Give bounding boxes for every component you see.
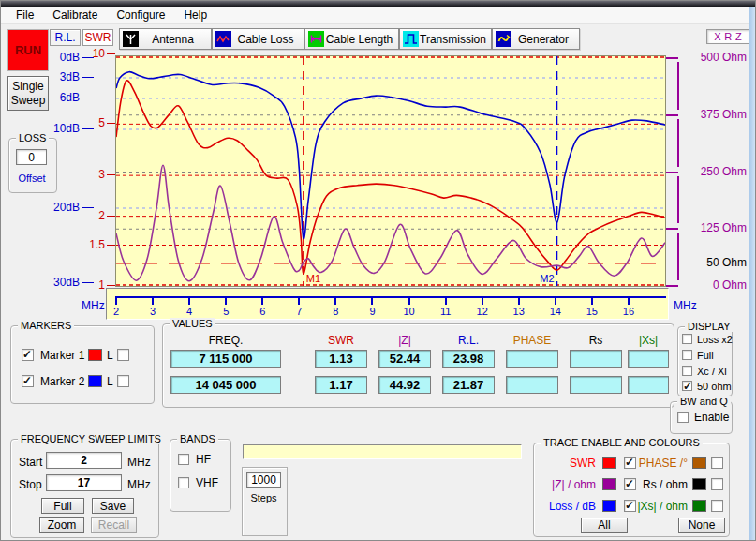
value-cell [628,350,669,368]
mhz-axis-tick [261,296,263,305]
generator-icon [496,31,511,47]
swr-axis-tick [107,174,115,175]
bw-q-enable-label: Enable [694,411,729,424]
menu-configure[interactable]: Configure [107,8,174,23]
value-cell [506,350,558,368]
xrz-button[interactable]: X-R-Z [706,29,749,44]
recall-sweep-button[interactable]: Recall [91,517,137,533]
save-sweep-button[interactable]: Save [92,498,134,514]
marker2-label: Marker 2 [40,375,84,388]
cable-loss-icon [215,31,231,47]
tab-swr[interactable]: SWR [82,29,113,46]
trace-xs-swatch[interactable] [692,500,706,512]
rl-db-axis-tick [82,128,94,129]
marker1-l-checkbox[interactable] [117,349,129,361]
swr-axis-tick [107,53,115,54]
trace-rs-swatch[interactable] [692,478,706,490]
single-sweep-button[interactable]: Single Sweep [7,76,49,111]
transmission-button[interactable]: Transmission [399,28,492,50]
loss-offset-input[interactable]: 0 [16,149,47,165]
steps-input[interactable]: 1000 [246,472,281,488]
generator-button[interactable]: Generator [492,28,580,50]
trace-z-label: |Z| / ohm [538,478,596,491]
mhz-tick-label: 2 [107,306,126,317]
start-frequency-input[interactable]: 2 [46,452,122,469]
menu-help[interactable]: Help [174,8,216,23]
cable-length-button[interactable]: Cable Length [304,28,399,50]
xc-xl-checkbox[interactable] [682,366,692,376]
trace-rl_db [116,72,665,239]
frequency-axis-strip: 2345678910111213141516 [106,288,669,320]
start-unit-label: MHz [127,456,151,469]
vhf-band-label: VHF [196,476,218,489]
menu-file[interactable]: File [7,8,43,23]
trace-loss-label: Loss / dB [538,500,596,513]
hf-band-checkbox[interactable] [178,454,189,465]
ohm-axis-tick [665,172,678,173]
vhf-band-checkbox[interactable] [178,477,189,488]
values-column-header: SWR [308,334,374,347]
stop-frequency-input[interactable]: 17 [46,474,122,491]
value-cell [570,350,622,368]
tab-return-loss[interactable]: R.L. [50,29,81,46]
cable-loss-button[interactable]: Cable Loss [212,28,304,50]
mhz-tick-label: 16 [619,306,638,317]
rl-db-tick-label: 20dB [40,201,80,214]
bw-q-enable-checkbox[interactable] [677,412,689,423]
trace-loss-swatch[interactable] [602,500,616,512]
ohm-tick-label: 50 Ohm [690,256,747,269]
window-edge [749,7,756,541]
mhz-axis-tick [298,296,300,305]
marker2-checkbox[interactable] [22,375,34,387]
trace-none-button[interactable]: None [678,518,725,533]
marker2-color-swatch[interactable] [88,375,102,387]
trace-z-swatch[interactable] [602,478,616,490]
trace-swr-label: SWR [538,457,596,470]
trace-all-button[interactable]: All [581,518,628,533]
trace-swr-swatch[interactable] [602,457,616,469]
mhz-tick-label: 12 [473,306,492,317]
mhz-axis-tick [152,296,154,305]
full-display-checkbox[interactable] [682,350,692,360]
cable-loss-button-label: Cable Loss [231,33,304,46]
loss-x2-checkbox[interactable] [682,334,692,344]
value-cell: 1.17 [315,376,367,394]
loss-group-title: LOSS [16,132,49,143]
ohm-axis-bracket [677,176,679,224]
mhz-tick-label: 8 [326,306,345,317]
antenna-icon [123,31,139,47]
ohm-axis-bracket [677,119,679,167]
swr-axis-tick [107,123,115,124]
marker2-l-checkbox[interactable] [117,375,129,387]
trace-phase-swatch[interactable] [692,457,706,469]
antenna-button[interactable]: Antenna [119,28,212,50]
values-column-header: R.L. [436,334,501,347]
run-button[interactable]: RUN [7,29,49,71]
value-cell [506,376,558,394]
mhz-tick-label: 15 [583,306,601,317]
bands-group: BANDS HF VHF [170,439,231,512]
trace-xs-checkbox[interactable] [711,500,723,512]
swr-axis-tick [107,245,115,246]
value-cell: 52.44 [378,350,431,368]
value-cell: 23.98 [442,350,495,368]
trace-phase-checkbox[interactable] [711,457,723,469]
marker1-color-swatch[interactable] [88,349,102,361]
values-column-header: |Xs| [615,334,681,347]
full-sweep-button[interactable]: Full [41,498,84,514]
mhz-label-left: MHz [82,299,105,312]
marker1-checkbox[interactable] [22,349,34,361]
swr-tick-label: 1.5 [85,238,105,251]
rl-db-axis-line [82,57,82,282]
zoom-sweep-button[interactable]: Zoom [39,517,84,533]
menu-calibrate[interactable]: Calibrate [43,8,107,23]
trace-colours-title: TRACE ENABLE AND COLOURS [541,437,703,448]
transmission-icon [403,31,419,47]
swr-axis-tick [107,285,115,286]
mhz-axis-tick [188,296,190,305]
loss-offset-label: Offset [9,173,54,184]
trace-rs-checkbox[interactable] [711,478,723,490]
ohm-tick-label: 125 Ohm [690,221,747,234]
trace-colours-group: TRACE ENABLE AND COLOURS SWR PHASE /° |Z… [533,443,730,537]
fifty-ohm-checkbox[interactable] [682,381,692,391]
